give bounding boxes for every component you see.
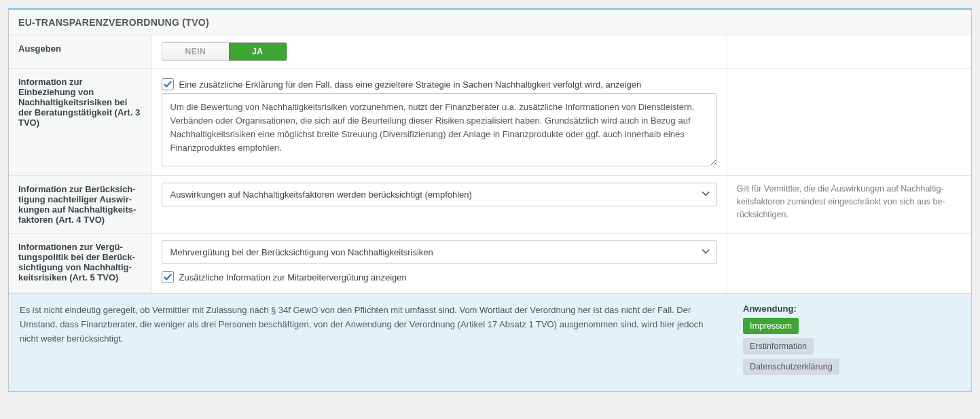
output-toggle-yes[interactable]: JA xyxy=(229,43,286,60)
footer-note: Es ist nicht eindeutig geregelt, ob Verm… xyxy=(20,304,724,379)
row-art5-help xyxy=(727,234,971,293)
output-toggle[interactable]: NEIN JA xyxy=(162,42,287,61)
chevron-down-icon xyxy=(702,189,710,200)
art5-select[interactable]: Mehrvergütung bei der Berücksichtigung v… xyxy=(162,240,717,264)
app-badge-datenschutz[interactable]: Datenschutzerklärung xyxy=(743,359,839,375)
art5-checkbox-label: Zusätzliche Information zur Mitarbeiterv… xyxy=(179,272,407,283)
app-badge-impressum[interactable]: Impressum xyxy=(743,318,799,334)
footer-apps-title: Anwendung: xyxy=(743,304,960,314)
row-output-help xyxy=(727,35,971,69)
row-art4-control: Auswirkungen auf Nachhaltigkeitsfaktoren… xyxy=(151,176,727,234)
art3-checkbox-row: Eine zusätzliche Erklärung für den Fall,… xyxy=(162,78,717,90)
row-art5-label: Informationen zur Vergü­tungspolitik bei… xyxy=(9,234,151,293)
art4-select[interactable]: Auswirkungen auf Nachhaltigkeitsfaktoren… xyxy=(162,183,717,206)
row-art5-control: Mehrvergütung bei der Berücksichtigung v… xyxy=(151,234,727,293)
art3-checkbox[interactable] xyxy=(162,78,174,90)
panel-header: EU-Transparenzverordnung (TVO) xyxy=(9,10,971,35)
output-toggle-no[interactable]: NEIN xyxy=(162,43,230,60)
row-art3-help xyxy=(727,69,971,176)
row-art3-control: Eine zusätzliche Erklärung für den Fall,… xyxy=(151,69,727,176)
row-art4-help: Gilt für Vermittler, die die Auswirkunge… xyxy=(727,176,971,234)
chevron-down-icon xyxy=(702,247,710,257)
art3-textarea[interactable] xyxy=(162,93,717,166)
row-art3-label: Information zur Einbeziehung von Nachhal… xyxy=(9,69,151,176)
row-output-control: NEIN JA xyxy=(151,35,727,69)
check-icon xyxy=(163,79,173,89)
app-badge-erstinformation[interactable]: Erstinformation xyxy=(743,338,814,354)
footer-apps: Anwendung: Impressum Erstinformation Dat… xyxy=(743,304,960,379)
art5-select-value: Mehrvergütung bei der Berücksichtigung v… xyxy=(170,247,433,257)
check-icon xyxy=(163,272,173,282)
art5-checkbox-row: Zusätzliche Information zur Mitarbeiterv… xyxy=(162,271,717,283)
art3-checkbox-label: Eine zusätzliche Erklärung für den Fall,… xyxy=(179,79,642,90)
panel-footer: Es ist nicht eindeutig geregelt, ob Verm… xyxy=(9,293,971,391)
row-output-label: Ausgeben xyxy=(9,35,151,69)
form-table: Ausgeben NEIN JA Information zur Einbezi… xyxy=(9,35,971,293)
art5-checkbox[interactable] xyxy=(162,271,174,283)
art4-select-value: Auswirkungen auf Nachhaltigkeitsfaktoren… xyxy=(170,189,472,200)
tvo-panel: EU-Transparenzverordnung (TVO) Ausgeben … xyxy=(8,8,972,392)
row-art4-label: Information zur Berücksich­tigung nachte… xyxy=(9,176,151,234)
